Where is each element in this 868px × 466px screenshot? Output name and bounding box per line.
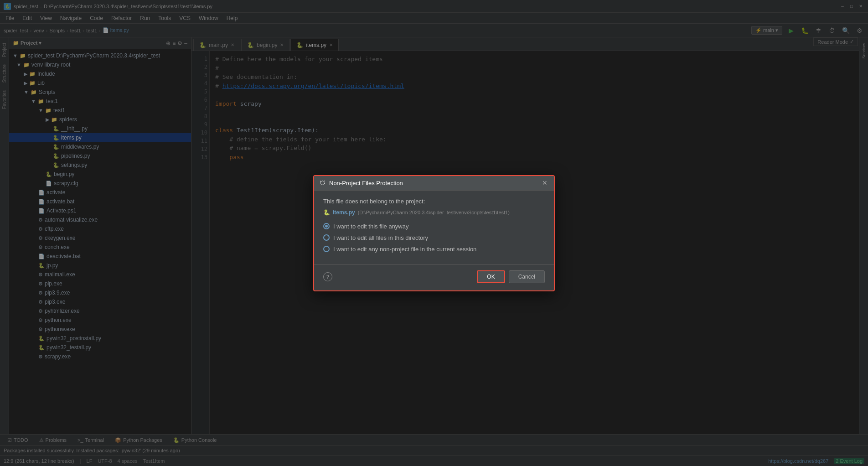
radio-label-2: I want to edit all files in this directo… <box>333 234 428 241</box>
modal-icon: 🛡 <box>320 180 326 186</box>
modal-file: 🐍 items.py (D:\Pycharm\PyCharm 2020.3.4\… <box>323 209 545 216</box>
modal-file-path: (D:\Pycharm\PyCharm 2020.3.4\spider_test… <box>358 210 510 215</box>
modal-title: 🛡 Non-Project Files Protection <box>320 180 403 186</box>
modal-close-button[interactable]: ✕ <box>541 179 548 186</box>
modal-help-button[interactable]: ? <box>323 272 332 281</box>
radio-label-1: I want to edit this file anyway <box>333 223 408 230</box>
radio-circle-1 <box>323 223 330 229</box>
modal-message: This file does not belong to the project… <box>323 198 545 205</box>
radio-label-3: I want to edit any non-project file in t… <box>333 246 476 253</box>
modal-overlay: 🛡 Non-Project Files Protection ✕ This fi… <box>0 0 868 466</box>
modal-body: This file does not belong to the project… <box>314 191 554 264</box>
modal-ok-button[interactable]: OK <box>477 270 505 283</box>
modal-title-text: Non-Project Files Protection <box>329 180 403 186</box>
modal-cancel-button[interactable]: Cancel <box>509 270 545 283</box>
modal-dialog: 🛡 Non-Project Files Protection ✕ This fi… <box>313 175 555 291</box>
radio-circle-3 <box>323 246 330 252</box>
radio-option-1[interactable]: I want to edit this file anyway <box>323 223 545 230</box>
modal-title-bar: 🛡 Non-Project Files Protection ✕ <box>314 176 554 191</box>
radio-option-2[interactable]: I want to edit all files in this directo… <box>323 234 545 241</box>
modal-file-name: items.py <box>333 209 355 216</box>
modal-file-icon: 🐍 <box>323 209 330 216</box>
modal-buttons: OK Cancel <box>477 270 545 283</box>
modal-footer: ? OK Cancel <box>314 264 554 290</box>
radio-option-3[interactable]: I want to edit any non-project file in t… <box>323 246 545 253</box>
radio-circle-2 <box>323 234 330 241</box>
